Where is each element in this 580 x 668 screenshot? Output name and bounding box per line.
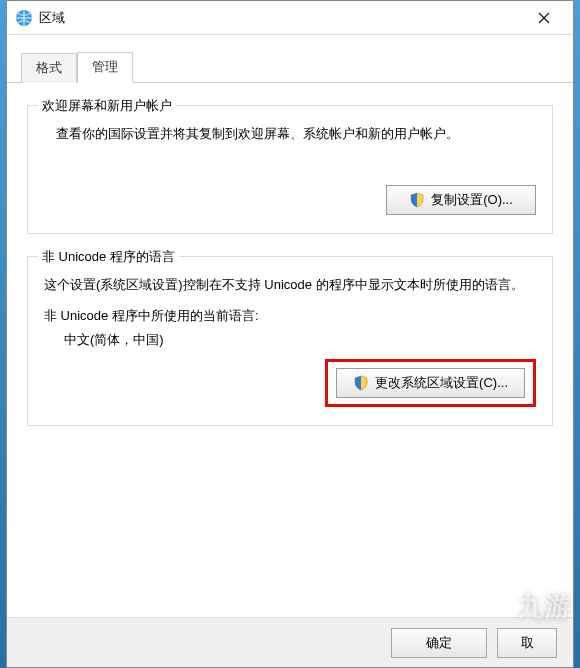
group-non-unicode-legend: 非 Unicode 程序的语言: [38, 248, 179, 266]
group-non-unicode-desc: 这个设置(系统区域设置)控制在不支持 Unicode 的程序中显示文本时所使用的…: [44, 273, 536, 298]
group-non-unicode: 非 Unicode 程序的语言 这个设置(系统区域设置)控制在不支持 Unico…: [27, 256, 553, 427]
change-locale-label: 更改系统区域设置(C)...: [375, 374, 508, 392]
globe-icon: [15, 9, 33, 27]
group-welcome-screen: 欢迎屏幕和新用户帐户 查看你的国际设置并将其复制到欢迎屏幕、系统帐户和新的用户帐…: [27, 105, 553, 234]
window-title: 区域: [39, 9, 65, 27]
shield-icon: [353, 375, 369, 391]
group-welcome-legend: 欢迎屏幕和新用户帐户: [38, 97, 176, 115]
shield-icon: [409, 192, 425, 208]
tab-format[interactable]: 格式: [21, 53, 77, 83]
copy-settings-button[interactable]: 复制设置(O)...: [386, 185, 536, 215]
group-welcome-desc: 查看你的国际设置并将其复制到欢迎屏幕、系统帐户和新的用户帐户。: [56, 122, 536, 147]
region-dialog: 区域 格式 管理 欢迎屏幕和新用户帐户 查看你的国际设置并将其复制到欢迎屏幕、系…: [6, 0, 574, 668]
close-button[interactable]: [523, 4, 565, 32]
close-icon: [538, 12, 550, 24]
change-locale-button[interactable]: 更改系统区域设置(C)...: [336, 368, 525, 398]
current-language-label: 非 Unicode 程序中所使用的当前语言:: [44, 307, 536, 325]
cancel-button[interactable]: 取: [497, 628, 557, 658]
dialog-footer: 确定 取: [7, 617, 573, 667]
content-area: 欢迎屏幕和新用户帐户 查看你的国际设置并将其复制到欢迎屏幕、系统帐户和新的用户帐…: [7, 83, 573, 440]
titlebar[interactable]: 区域: [7, 1, 573, 35]
ok-button[interactable]: 确定: [391, 628, 487, 658]
tab-admin[interactable]: 管理: [77, 52, 133, 83]
copy-settings-label: 复制设置(O)...: [431, 191, 513, 209]
current-language-value: 中文(简体，中国): [64, 331, 536, 349]
tab-row: 格式 管理: [7, 35, 573, 83]
highlight-rectangle: 更改系统区域设置(C)...: [325, 359, 536, 407]
